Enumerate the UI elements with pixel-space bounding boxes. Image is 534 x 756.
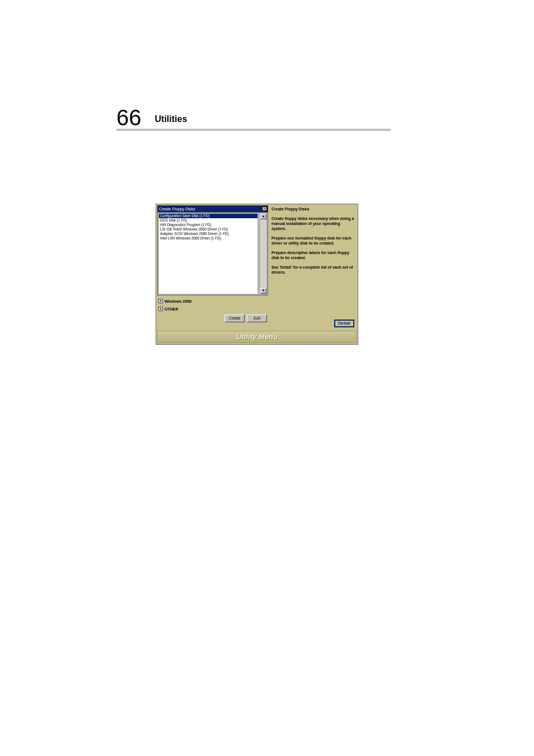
section-title: Utilities [155,114,188,124]
list-item[interactable]: Adaptec SCSI Windows 2000 Driver (1 FD) [159,232,257,236]
scroll-down-icon[interactable]: ▼ [260,288,266,294]
titlebar-text: Create Floppy Disks [159,207,195,211]
list-item[interactable]: Configuration Save Disk (1 FD) [159,214,257,218]
info-text: See 'Detail' for a complete list of each… [271,265,354,275]
list-item[interactable]: LSI IDE RAID Windows 2000 Driver (1 FD) [159,227,257,232]
checkbox-row: x OTHER [158,307,267,311]
exit-button[interactable]: Exit [247,314,267,322]
utility-screenshot: Create Floppy Disks × Configuration Save… [156,204,358,345]
scrollbar[interactable]: ▲ ▼ [260,214,266,294]
info-panel: Create Floppy Disks Create floppy disks … [270,204,358,325]
checkbox-other[interactable]: x [158,307,163,311]
checkbox-windows2000[interactable]: x [158,299,163,303]
checkbox-label: OTHER [165,307,179,311]
checkbox-label: Windows 2000 [165,299,191,303]
info-text: Prepare descriptive labels for each flop… [271,250,354,260]
checkbox-row: x Windows 2000 [158,299,267,303]
list-item[interactable]: HW Diagnostics Program (1 FD) [159,223,257,227]
list-item[interactable]: Intel LAN Windows 2000 Driver (1 FD) [159,236,257,241]
info-text: Create floppy disks necessary when doing… [271,216,354,231]
detail-button[interactable]: Detail [334,320,354,327]
header-rule [116,129,391,131]
create-floppy-window: Create Floppy Disks × Configuration Save… [157,205,268,323]
create-button[interactable]: Create [224,314,245,322]
info-text: Prepare one formatted floppy disk for ea… [271,236,354,246]
scroll-up-icon[interactable]: ▲ [260,214,266,219]
window-titlebar: Create Floppy Disks × [157,205,268,212]
close-icon[interactable]: × [262,206,267,211]
info-heading: Create Floppy Disks [271,206,354,212]
list-item[interactable]: DOS Disk (1 FD) [159,218,257,223]
disk-listbox[interactable]: Configuration Save Disk (1 FD) DOS Disk … [159,214,257,294]
page-number: 66 [116,105,142,130]
listbox-frame: Configuration Save Disk (1 FD) DOS Disk … [157,212,268,295]
footer-band: Utility Menu [157,331,357,343]
